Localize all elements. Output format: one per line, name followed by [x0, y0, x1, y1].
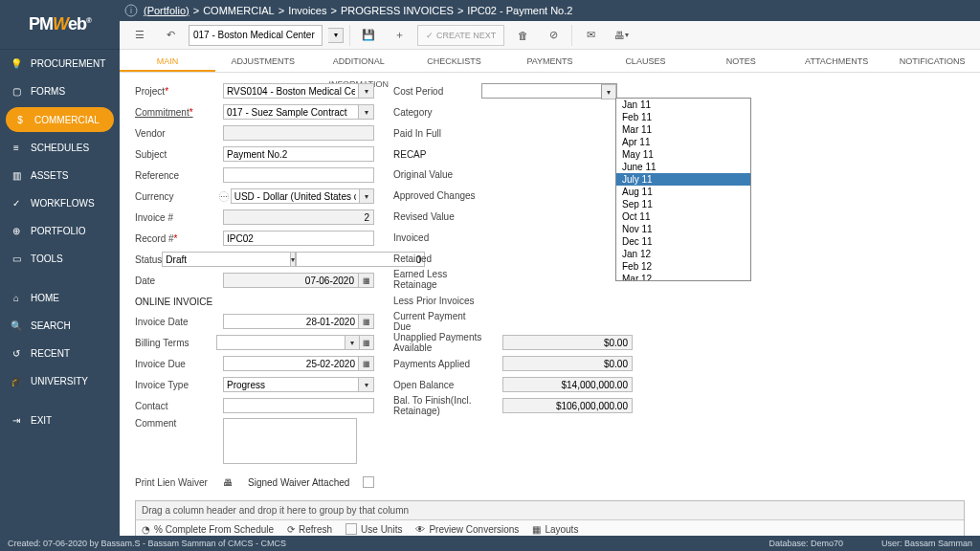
sidebar-item-recent[interactable]: ↺RECENT — [0, 340, 120, 367]
cost-period-dd[interactable]: ▾ — [601, 84, 616, 99]
invoice-type-dd[interactable]: ▾ — [359, 377, 374, 392]
record-no-field[interactable] — [223, 231, 374, 246]
currency-field[interactable] — [231, 188, 360, 204]
cost-period-option[interactable]: July 11 — [616, 173, 750, 186]
bc-invoices[interactable]: Invoices — [288, 5, 326, 16]
main-sidebar: PMWeb® 💡PROCUREMENT ▢FORMS $COMMERCIAL ≡… — [0, 0, 120, 536]
billing-terms-label: Billing Terms — [135, 338, 216, 348]
sidebar-item-home[interactable]: ⌂HOME — [0, 284, 120, 312]
billing-terms-cal-icon[interactable]: ▦ — [360, 335, 374, 350]
currency-dd[interactable]: ▾ — [360, 188, 374, 204]
main-panel: Project▾ Commitment▾ Vendor Subject Refe… — [120, 73, 980, 536]
status-field[interactable] — [162, 252, 291, 267]
tab-additional[interactable]: ADDITIONAL INFORMATION — [311, 50, 407, 72]
cost-period-dropdown[interactable]: Jan 11Feb 11Mar 11Apr 11May 11June 11Jul… — [615, 98, 751, 281]
grid-units-tool[interactable]: Use Units — [345, 523, 402, 535]
create-next-button[interactable]: ✓CREATE NEXT — [417, 25, 504, 46]
save-icon[interactable]: 💾 — [356, 24, 381, 47]
sidebar-item-forms[interactable]: ▢FORMS — [0, 77, 120, 105]
cost-period-option[interactable]: Feb 12 — [616, 260, 750, 273]
cost-period-option[interactable]: Nov 11 — [616, 223, 750, 235]
cost-period-option[interactable]: Feb 11 — [616, 111, 750, 123]
tab-payments[interactable]: PAYMENTS — [502, 50, 598, 72]
sidebar-item-commercial[interactable]: $COMMERCIAL — [6, 107, 114, 132]
bc-portfolio[interactable]: (Portfolio) — [144, 5, 189, 16]
cost-period-option[interactable]: Aug 11 — [616, 186, 750, 198]
sidebar-item-university[interactable]: 🎓UNIVERSITY — [0, 367, 120, 395]
bc-commercial[interactable]: COMMERCIAL — [203, 5, 275, 16]
sidebar-item-assets[interactable]: ▥ASSETS — [0, 162, 120, 189]
billing-terms-dd[interactable]: ▾ — [345, 335, 360, 350]
sidebar-item-search[interactable]: 🔍SEARCH — [0, 312, 120, 340]
grid-preview-tool[interactable]: 👁Preview Conversions — [415, 524, 519, 535]
project-selector-dd[interactable]: ▾ — [328, 28, 344, 43]
delete-icon[interactable]: 🗑 — [510, 24, 535, 47]
cost-period-option[interactable]: June 11 — [616, 161, 750, 173]
cost-period-option[interactable]: Apr 11 — [616, 136, 750, 148]
grid-pct-tool[interactable]: ◔% Complete From Schedule — [142, 524, 274, 535]
bc-progress[interactable]: PROGRESS INVOICES — [341, 5, 454, 16]
subject-field[interactable] — [223, 146, 374, 162]
cost-period-option[interactable]: Dec 11 — [616, 235, 750, 248]
date-field[interactable] — [223, 273, 359, 288]
print-icon[interactable]: 🖶 — [223, 477, 240, 488]
project-selector[interactable] — [189, 25, 323, 46]
cost-period-option[interactable]: Mar 11 — [616, 123, 750, 136]
cancel-icon[interactable]: ⊘ — [541, 24, 566, 47]
tab-checklists[interactable]: CHECKLISTS — [407, 50, 502, 72]
commitment-label[interactable]: Commitment — [135, 107, 223, 118]
sidebar-item-label: ASSETS — [31, 170, 68, 181]
cost-period-option[interactable]: Jan 12 — [616, 248, 750, 260]
tab-attachments[interactable]: ATTACHMENTS — [789, 50, 884, 72]
contact-field[interactable] — [223, 398, 374, 413]
paid-full-label: Paid In Full — [393, 128, 481, 139]
comment-field[interactable] — [223, 418, 357, 464]
grid-layouts-tool[interactable]: ▦Layouts — [532, 524, 578, 535]
tab-adjustments[interactable]: ADJUSTMENTS — [215, 50, 311, 72]
project-dd[interactable]: ▾ — [359, 83, 374, 99]
add-icon[interactable]: ＋ — [387, 24, 412, 47]
history-icon[interactable]: ↶ — [158, 24, 183, 47]
cost-period-field[interactable]: ▾ — [481, 83, 617, 99]
invoice-date-cal-icon[interactable]: ▦ — [359, 314, 374, 329]
date-cal-icon[interactable]: ▦ — [359, 273, 374, 288]
sidebar-item-schedules[interactable]: ≡SCHEDULES — [0, 134, 120, 162]
retained-label: Retained — [393, 253, 481, 264]
currency-more-icon[interactable]: ⋯ — [219, 191, 229, 202]
project-label: Project — [135, 86, 223, 97]
sidebar-item-portfolio[interactable]: ⊕PORTFOLIO — [0, 217, 120, 245]
cost-period-option[interactable]: Oct 11 — [616, 210, 750, 223]
sidebar-item-tools[interactable]: ▭TOOLS — [0, 245, 120, 273]
commitment-field[interactable] — [223, 104, 359, 120]
svg-text:i: i — [130, 6, 132, 15]
refresh-icon: ⟳ — [287, 524, 295, 535]
bars-icon: ≡ — [10, 143, 23, 153]
invoice-date-field[interactable] — [223, 314, 359, 329]
invoice-due-cal-icon[interactable]: ▦ — [359, 356, 374, 371]
cost-period-option[interactable]: May 11 — [616, 148, 750, 161]
grid-group-hint[interactable]: Drag a column header and drop it here to… — [136, 501, 964, 520]
email-icon[interactable]: ✉ — [578, 24, 603, 47]
tab-clauses[interactable]: CLAUSES — [597, 50, 693, 72]
tab-notifications[interactable]: NOTIFICATIONS — [884, 50, 980, 72]
units-checkbox[interactable] — [345, 523, 357, 535]
project-field[interactable] — [223, 83, 359, 99]
cost-period-option[interactable]: Sep 11 — [616, 198, 750, 210]
grid-refresh-tool[interactable]: ⟳Refresh — [287, 524, 332, 535]
invoice-due-field[interactable] — [223, 356, 359, 371]
sidebar-item-procurement[interactable]: 💡PROCUREMENT — [0, 50, 120, 77]
list-icon[interactable]: ☰ — [127, 24, 152, 47]
cost-period-option[interactable]: Jan 11 — [616, 99, 750, 111]
print-icon[interactable]: 🖶▾ — [609, 24, 634, 47]
reference-field[interactable] — [223, 167, 374, 183]
commitment-dd[interactable]: ▾ — [359, 104, 374, 120]
tab-notes[interactable]: NOTES — [693, 50, 789, 72]
info-icon: i — [124, 4, 138, 17]
billing-terms-field[interactable] — [216, 335, 345, 350]
invoice-type-field[interactable] — [223, 377, 359, 392]
signed-waiver-checkbox[interactable] — [363, 476, 374, 488]
cost-period-option[interactable]: Mar 12 — [616, 273, 750, 281]
sidebar-item-exit[interactable]: ⇥EXIT — [0, 407, 120, 434]
tab-main[interactable]: MAIN — [120, 50, 215, 72]
sidebar-item-workflows[interactable]: ✓WORKFLOWS — [0, 189, 120, 217]
